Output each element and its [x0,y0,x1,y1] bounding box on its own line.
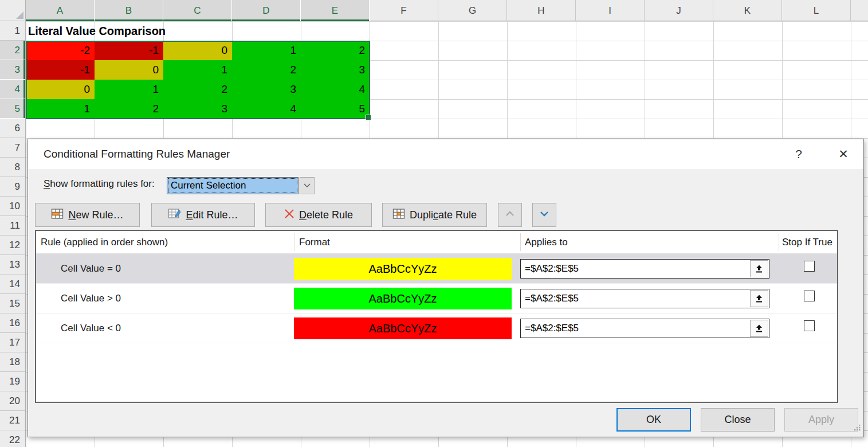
scope-dropdown-value[interactable]: Current Selection [167,177,299,194]
edit-rule-button[interactable]: Edit Rule… [151,203,255,227]
cell-C5[interactable]: 3 [163,99,232,119]
cell-A4[interactable]: 0 [26,80,95,99]
column-header-E[interactable]: E [301,0,370,21]
dialog-titlebar[interactable]: Conditional Formatting Rules Manager ? ✕ [28,139,863,169]
dialog-title: Conditional Formatting Rules Manager [44,139,230,169]
row-header-20[interactable]: 20 [0,391,25,411]
chevron-down-icon[interactable] [300,177,315,194]
help-icon[interactable]: ? [785,139,812,169]
close-button[interactable]: Close [701,408,775,432]
applies-to-field [520,289,769,308]
row-header-14[interactable]: 14 [0,275,25,294]
close-icon[interactable]: ✕ [830,139,857,169]
column-header-C[interactable]: C [163,0,232,21]
cell-E3[interactable]: 3 [301,60,370,80]
row-header-11[interactable]: 11 [0,216,25,236]
delete-rule-button[interactable]: Delete Rule [265,203,372,227]
rule-row[interactable]: Cell Value < 0AaBbCcYyZz [36,313,837,343]
cell-B3[interactable]: 0 [95,60,163,80]
row-header-19[interactable]: 19 [0,372,25,391]
row-header-9[interactable]: 9 [0,177,25,197]
row-header-15[interactable]: 15 [0,294,25,313]
stop-if-true-checkbox[interactable] [804,320,815,331]
column-header-K[interactable]: K [713,0,782,21]
cell-E2[interactable]: 2 [301,41,370,60]
show-rules-label: Show formatting rules for: [44,171,155,197]
duplicate-rule-label: Duplicate Rule [410,209,477,221]
table-grid-icon [51,207,64,223]
cell-B4[interactable]: 1 [95,80,163,99]
cell-A2[interactable]: -2 [26,41,95,60]
column-header-G[interactable]: G [438,0,507,21]
row-header-3[interactable]: 3 [0,60,25,80]
edit-pencil-icon [168,207,181,223]
row-header-8[interactable]: 8 [0,158,25,177]
column-header-H[interactable]: H [507,0,576,21]
move-down-button[interactable] [532,203,556,227]
column-header-I[interactable]: I [576,0,645,21]
collapse-dialog-icon[interactable] [750,260,768,277]
column-header-D[interactable]: D [232,0,301,21]
applies-to-input[interactable] [521,260,753,278]
cell-D2[interactable]: 1 [232,41,301,60]
column-header-F[interactable]: F [370,0,438,21]
column-header-J[interactable]: J [645,0,713,21]
cf-rules-manager-dialog: Conditional Formatting Rules Manager ? ✕… [28,139,864,437]
row-header-18[interactable]: 18 [0,352,25,372]
applies-to-column-header: Applies to [525,231,568,253]
format-preview: AaBbCcYyZz [294,288,512,309]
cell-A3[interactable]: -1 [26,60,95,80]
ok-button[interactable]: OK [616,408,691,432]
select-all-corner[interactable] [0,0,26,21]
stop-if-true-column-header: Stop If True [782,231,832,253]
apply-button: Apply [784,408,858,432]
resize-grip[interactable] [853,423,861,433]
row-header-1[interactable]: 1 [0,21,25,41]
row-header-7[interactable]: 7 [0,138,25,158]
column-header-A[interactable]: A [26,0,95,21]
column-headers: ABCDEFGHIJKL [26,0,868,21]
cell-A5[interactable]: 1 [26,99,95,119]
column-divider [520,233,521,251]
column-header-L[interactable]: L [782,0,851,21]
rule-row[interactable]: Cell Value > 0AaBbCcYyZz [36,284,837,313]
rule-row[interactable]: Cell Value = 0AaBbCcYyZz [36,254,837,284]
row-header-21[interactable]: 21 [0,411,25,430]
format-column-header: Format [299,231,330,253]
scope-dropdown[interactable]: Current Selection [167,177,315,194]
cell-D4[interactable]: 3 [232,80,301,99]
row-header-6[interactable]: 6 [0,119,25,138]
row-header-4[interactable]: 4 [0,80,25,99]
new-rule-button[interactable]: New Rule… [35,203,140,227]
stop-if-true-checkbox[interactable] [804,261,815,272]
cell-D5[interactable]: 4 [232,99,301,119]
cell-B5[interactable]: 2 [95,99,163,119]
format-preview: AaBbCcYyZz [294,258,512,280]
rule-description: Cell Value = 0 [61,254,121,284]
rule-description: Cell Value < 0 [61,313,121,343]
row-header-17[interactable]: 17 [0,333,25,352]
collapse-dialog-icon[interactable] [750,290,768,307]
column-header-B[interactable]: B [95,0,163,21]
cell-C3[interactable]: 1 [163,60,232,80]
cell-A1[interactable]: Literal Value Comparison [28,21,166,41]
row-header-2[interactable]: 2 [0,41,25,60]
cell-D3[interactable]: 2 [232,60,301,80]
cell-C4[interactable]: 2 [163,80,232,99]
cell-E5[interactable]: 5 [301,99,370,119]
delete-rule-label: Delete Rule [299,209,353,221]
applies-to-input[interactable] [521,319,753,338]
row-header-12[interactable]: 12 [0,236,25,255]
stop-if-true-checkbox[interactable] [804,291,815,301]
cell-E4[interactable]: 4 [301,80,370,99]
cell-C2[interactable]: 0 [163,41,232,60]
applies-to-input[interactable] [521,289,753,308]
row-header-10[interactable]: 10 [0,197,25,216]
row-header-5[interactable]: 5 [0,99,25,119]
row-header-22[interactable]: 22 [0,430,25,447]
row-header-16[interactable]: 16 [0,313,25,333]
cell-B2[interactable]: -1 [95,41,163,60]
duplicate-rule-button[interactable]: Duplicate Rule [382,203,487,227]
collapse-dialog-icon[interactable] [750,320,768,337]
row-header-13[interactable]: 13 [0,255,25,275]
